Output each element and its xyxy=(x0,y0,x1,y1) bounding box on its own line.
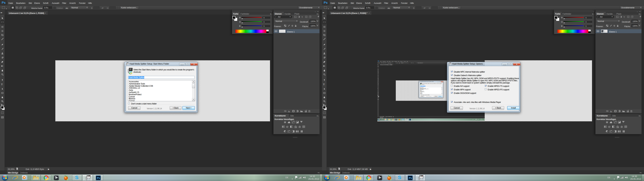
svg-text:e: e xyxy=(335,175,338,180)
svg-text:g: g xyxy=(67,178,68,180)
svg-text:g: g xyxy=(390,178,391,180)
svg-text:e: e xyxy=(382,119,382,120)
svg-text:g: g xyxy=(400,120,400,120)
svg-text:e: e xyxy=(13,175,16,180)
